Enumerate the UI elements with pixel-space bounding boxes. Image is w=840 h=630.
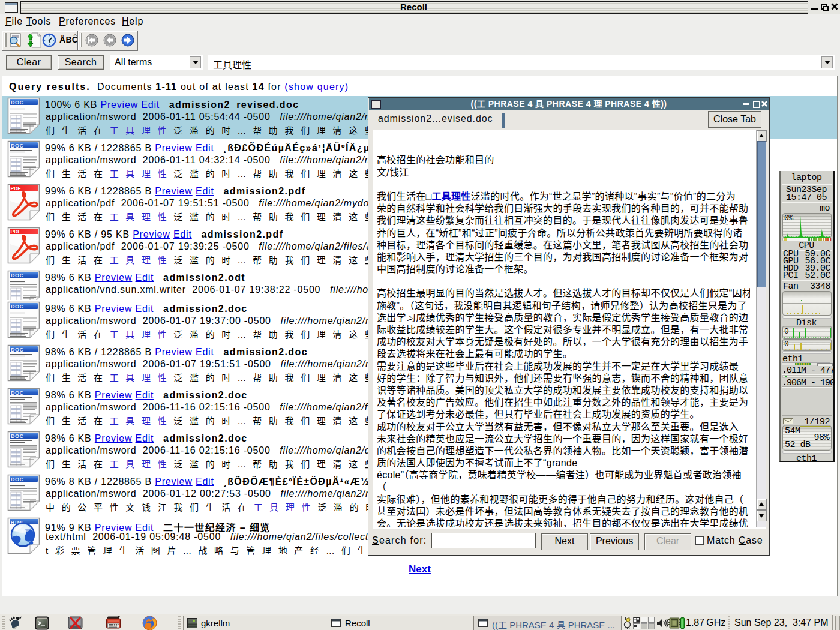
svg-text:DOC: DOC [11, 100, 24, 106]
svg-text:DOC: DOC [11, 272, 24, 278]
svg-text:PDF: PDF [11, 185, 21, 191]
svg-text:DOC: DOC [11, 143, 24, 149]
svg-text:DOC: DOC [11, 433, 24, 439]
svg-text:DOC: DOC [11, 304, 24, 310]
svg-text:DOC: DOC [11, 476, 24, 482]
svg-text:DOC: DOC [11, 390, 24, 396]
svg-text:DOC: DOC [11, 347, 24, 353]
svg-text:PDF: PDF [11, 229, 21, 235]
